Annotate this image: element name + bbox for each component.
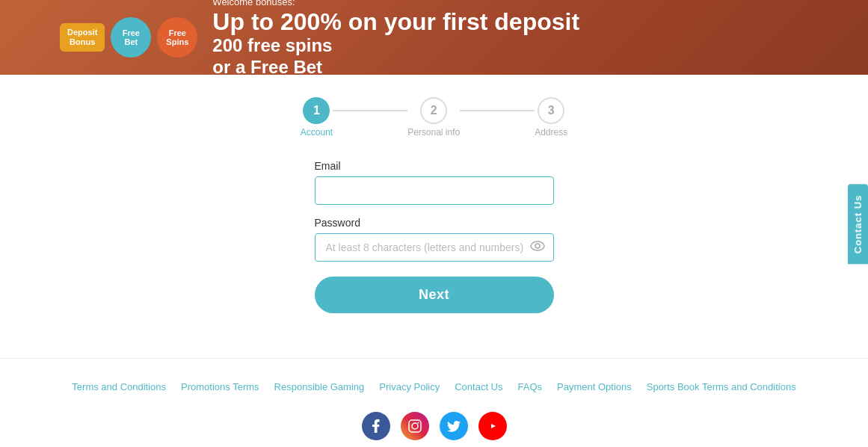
welcome-label: Welcome bonuses: bbox=[212, 0, 579, 7]
step-3-circle: 3 bbox=[538, 97, 564, 124]
step-1: 1 Account bbox=[301, 97, 333, 138]
password-input[interactable] bbox=[315, 233, 554, 262]
twitter-icon[interactable] bbox=[440, 412, 468, 440]
footer-links: Terms and ConditionsPromotions TermsResp… bbox=[0, 358, 868, 404]
footer-link-sports-book-terms-and-conditions[interactable]: Sports Book Terms and Conditions bbox=[647, 381, 796, 392]
svg-point-1 bbox=[535, 244, 540, 248]
step-line-2-3 bbox=[460, 110, 535, 111]
step-2-number: 2 bbox=[431, 104, 437, 117]
step-3: 3 Address bbox=[535, 97, 567, 138]
svg-rect-2 bbox=[409, 420, 421, 432]
email-label: Email bbox=[315, 160, 554, 172]
footer-link-terms-and-conditions[interactable]: Terms and Conditions bbox=[72, 381, 166, 392]
password-group: Password bbox=[315, 217, 554, 262]
sub-offer-spins: 200 free spins bbox=[212, 35, 579, 57]
svg-point-4 bbox=[417, 422, 419, 424]
footer-link-responsible-gaming[interactable]: Responsible Gaming bbox=[274, 381, 365, 392]
svg-point-0 bbox=[531, 241, 544, 250]
toggle-password-icon[interactable] bbox=[530, 241, 545, 254]
step-line-1-2 bbox=[333, 110, 407, 111]
step-1-circle: 1 bbox=[303, 97, 330, 124]
step-1-label: Account bbox=[301, 127, 333, 138]
free-spins-badge: FreeSpins bbox=[157, 17, 197, 58]
svg-point-3 bbox=[412, 423, 418, 429]
password-wrapper bbox=[315, 233, 554, 262]
contact-us-sidebar[interactable]: Contact Us bbox=[848, 185, 868, 265]
step-1-number: 1 bbox=[313, 104, 320, 117]
step-3-label: Address bbox=[535, 127, 567, 138]
facebook-icon[interactable] bbox=[362, 412, 390, 440]
banner-badges: DepositBonus Free Bet FreeSpins bbox=[60, 17, 197, 58]
next-button[interactable]: Next bbox=[315, 277, 554, 313]
footer-link-contact-us[interactable]: Contact Us bbox=[455, 381, 502, 392]
password-label: Password bbox=[315, 217, 554, 229]
footer-link-faqs[interactable]: FAQs bbox=[518, 381, 543, 392]
free-bet-badge: Free Bet bbox=[111, 17, 151, 58]
email-input[interactable] bbox=[315, 176, 554, 205]
step-2-label: Personal info bbox=[407, 127, 460, 138]
offer-percent: 200% bbox=[280, 8, 342, 35]
registration-form: Email Password Next bbox=[315, 160, 554, 313]
step-3-number: 3 bbox=[548, 104, 555, 117]
step-2-circle: 2 bbox=[420, 97, 447, 124]
banner: DepositBonus Free Bet FreeSpins Welcome … bbox=[0, 0, 868, 75]
sub-offer-freebet: or a Free Bet bbox=[212, 57, 579, 75]
footer-link-promotions-terms[interactable]: Promotions Terms bbox=[181, 381, 259, 392]
main-content: 1 Account 2 Personal info 3 Address Emai… bbox=[0, 75, 868, 328]
footer-link-privacy-policy[interactable]: Privacy Policy bbox=[379, 381, 440, 392]
main-offer: Up to 200% on your first deposit bbox=[212, 9, 579, 35]
youtube-icon[interactable] bbox=[478, 412, 507, 440]
banner-text: Welcome bonuses: Up to 200% on your firs… bbox=[212, 0, 579, 75]
social-icons bbox=[0, 404, 868, 447]
instagram-icon[interactable] bbox=[401, 412, 429, 440]
email-group: Email bbox=[315, 160, 554, 205]
step-2: 2 Personal info bbox=[407, 97, 460, 138]
footer-link-payment-options[interactable]: Payment Options bbox=[557, 381, 632, 392]
deposit-bonus-badge: DepositBonus bbox=[60, 23, 105, 52]
registration-steps: 1 Account 2 Personal info 3 Address bbox=[301, 97, 567, 138]
